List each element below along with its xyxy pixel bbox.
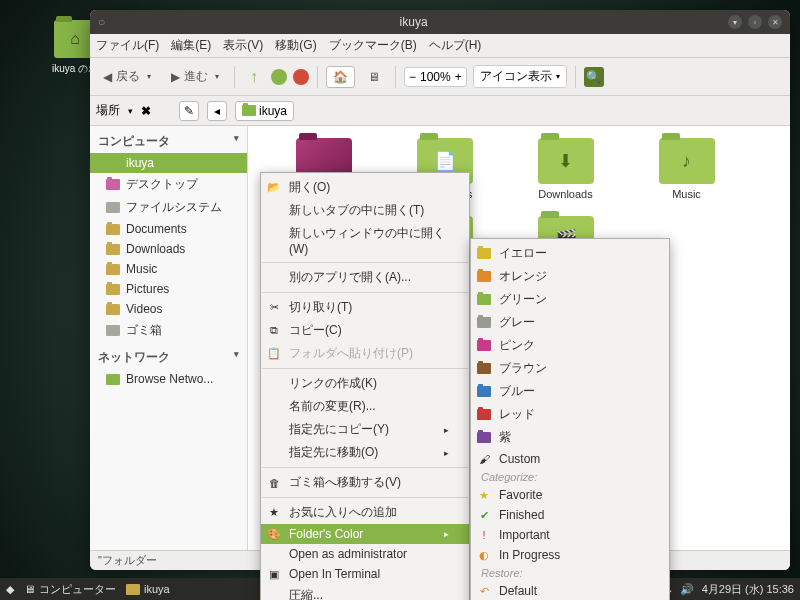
ctx-move-to[interactable]: 指定先に移動(O)▸: [261, 441, 469, 464]
folder-open-icon: 📂: [267, 181, 281, 195]
ctx-open-window[interactable]: 新しいウィンドウの中に開く(W): [261, 222, 469, 259]
color-brown[interactable]: ブラウン: [471, 357, 669, 380]
sidebar-item-network[interactable]: Browse Netwo...: [90, 369, 247, 389]
color-custom[interactable]: 🖌Custom: [471, 449, 669, 469]
ctx-open[interactable]: 📂開く(O): [261, 176, 469, 199]
submenu-head-restore: Restore:: [471, 565, 669, 581]
menu-view[interactable]: 表示(V): [223, 37, 263, 54]
color-green[interactable]: グリーン: [471, 288, 669, 311]
menubar: ファイル(F) 編集(E) 表示(V) 移動(G) ブックマーク(B) ヘルプ(…: [90, 34, 790, 58]
cat-important[interactable]: !Important: [471, 525, 669, 545]
undo-icon: ↶: [477, 584, 491, 598]
ctx-add-favorite[interactable]: ★お気に入りへの追加: [261, 501, 469, 524]
ctx-copy[interactable]: ⧉コピー(C): [261, 319, 469, 342]
zoom-level: 100%: [420, 70, 451, 84]
ctx-open-admin[interactable]: Open as administrator: [261, 544, 469, 564]
computer-button[interactable]: 🖥: [361, 66, 387, 88]
ctx-cut[interactable]: ✂切り取り(T): [261, 296, 469, 319]
sidebar-item-music[interactable]: Music: [90, 259, 247, 279]
maximize-button[interactable]: ▫: [748, 15, 762, 29]
titlebar[interactable]: ○ ikuya ▾ ▫ ✕: [90, 10, 790, 34]
sidebar: コンピュータ▾ ikuya デスクトップ ファイルシステム Documents …: [90, 126, 248, 550]
cat-finished[interactable]: ✔Finished: [471, 505, 669, 525]
back-button[interactable]: ◀ 戻る: [96, 64, 158, 89]
reload-button[interactable]: [271, 69, 287, 85]
monitor-icon: 🖥: [24, 583, 35, 595]
tray-volume-icon[interactable]: 🔊: [680, 583, 694, 596]
color-red[interactable]: レッド: [471, 403, 669, 426]
minimize-button[interactable]: ▾: [728, 15, 742, 29]
ctx-rename[interactable]: 名前の変更(R)...: [261, 395, 469, 418]
palette-icon: 🎨: [267, 527, 281, 541]
home-button[interactable]: 🏠: [326, 66, 355, 88]
zoom-in-icon[interactable]: +: [455, 70, 462, 84]
sidebar-head-computer[interactable]: コンピュータ▾: [90, 130, 247, 153]
breadcrumb-ikuya[interactable]: ikuya: [235, 101, 294, 121]
sidebar-item-downloads[interactable]: Downloads: [90, 239, 247, 259]
star-icon: ★: [477, 488, 491, 502]
folder-music[interactable]: ♪Music: [629, 138, 744, 200]
folder-downloads[interactable]: ⬇Downloads: [508, 138, 623, 200]
color-grey[interactable]: グレー: [471, 311, 669, 334]
taskbar-computer[interactable]: 🖥コンピューター: [24, 582, 116, 597]
exclaim-icon: !: [477, 528, 491, 542]
stop-button[interactable]: [293, 69, 309, 85]
color-blue[interactable]: ブルー: [471, 380, 669, 403]
cut-icon: ✂: [267, 301, 281, 315]
cat-favorite[interactable]: ★Favorite: [471, 485, 669, 505]
sidebar-item-desktop[interactable]: デスクトップ: [90, 173, 247, 196]
menu-help[interactable]: ヘルプ(H): [429, 37, 482, 54]
check-icon: ✔: [477, 508, 491, 522]
color-pink[interactable]: ピンク: [471, 334, 669, 357]
edit-path-button[interactable]: ✎: [179, 101, 199, 121]
ctx-compress[interactable]: 圧縮...: [261, 584, 469, 600]
color-yellow[interactable]: イエロー: [471, 242, 669, 265]
menu-go[interactable]: 移動(G): [275, 37, 316, 54]
folder-icon: [126, 584, 140, 595]
zoom-out-icon[interactable]: −: [409, 70, 416, 84]
progress-icon: ◐: [477, 548, 491, 562]
ctx-open-tab[interactable]: 新しいタブの中に開く(T): [261, 199, 469, 222]
up-button[interactable]: ↑: [243, 64, 265, 90]
ctx-open-terminal[interactable]: ▣Open In Terminal: [261, 564, 469, 584]
ctx-link[interactable]: リンクの作成(K): [261, 372, 469, 395]
forward-button[interactable]: ▶ 進む: [164, 64, 226, 89]
toolbar: ◀ 戻る ▶ 進む ↑ 🏠 🖥 − 100% + アイコン表示▾ 🔍: [90, 58, 790, 96]
ctx-copy-to[interactable]: 指定先にコピー(Y)▸: [261, 418, 469, 441]
taskbar-menu-icon[interactable]: ◆: [6, 583, 14, 596]
sidebar-item-videos[interactable]: Videos: [90, 299, 247, 319]
tray-clock[interactable]: 4月29日 (水) 15:36: [702, 582, 794, 597]
close-button[interactable]: ✕: [768, 15, 782, 29]
ctx-folder-color[interactable]: 🎨Folder's Color▸: [261, 524, 469, 544]
brush-icon: 🖌: [477, 452, 491, 466]
menu-edit[interactable]: 編集(E): [171, 37, 211, 54]
star-icon: ★: [267, 506, 281, 520]
zoom-control[interactable]: − 100% +: [404, 67, 467, 87]
location-bar: 場所 ▾ ✖ ✎ ◂ ikuya: [90, 96, 790, 126]
search-button[interactable]: 🔍: [584, 67, 604, 87]
location-label: 場所: [96, 102, 120, 119]
restore-default[interactable]: ↶Default: [471, 581, 669, 600]
ctx-open-other[interactable]: 別のアプリで開く(A)...: [261, 266, 469, 289]
sidebar-item-documents[interactable]: Documents: [90, 219, 247, 239]
sidebar-item-trash[interactable]: ゴミ箱: [90, 319, 247, 342]
cat-in-progress[interactable]: ◐In Progress: [471, 545, 669, 565]
breadcrumb-back[interactable]: ◂: [207, 101, 227, 121]
color-purple[interactable]: 紫: [471, 426, 669, 449]
sidebar-item-pictures[interactable]: Pictures: [90, 279, 247, 299]
window-title: ikuya: [105, 15, 722, 29]
sidebar-item-filesystem[interactable]: ファイルシステム: [90, 196, 247, 219]
sidebar-head-network[interactable]: ネットワーク▾: [90, 346, 247, 369]
folder-icon: [242, 105, 256, 116]
submenu-head-categorize: Categorize:: [471, 469, 669, 485]
ctx-paste: 📋フォルダへ貼り付け(P): [261, 342, 469, 365]
color-orange[interactable]: オレンジ: [471, 265, 669, 288]
sidebar-item-ikuya[interactable]: ikuya: [90, 153, 247, 173]
ctx-trash[interactable]: 🗑ゴミ箱へ移動する(V): [261, 471, 469, 494]
taskbar-ikuya[interactable]: ikuya: [126, 583, 170, 595]
copy-icon: ⧉: [267, 324, 281, 338]
menu-file[interactable]: ファイル(F): [96, 37, 159, 54]
menu-bookmarks[interactable]: ブックマーク(B): [329, 37, 417, 54]
view-mode-select[interactable]: アイコン表示▾: [473, 65, 567, 88]
location-clear-icon[interactable]: ✖: [141, 104, 151, 118]
